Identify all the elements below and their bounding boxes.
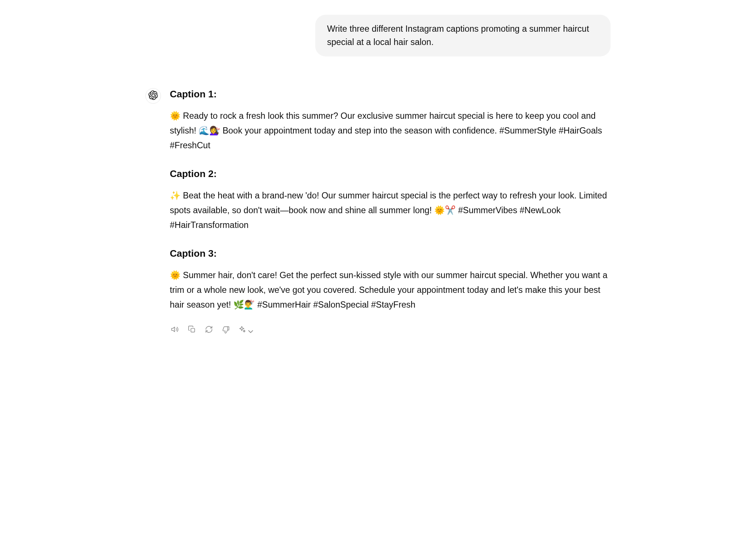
regenerate-button[interactable] [204,325,214,335]
user-message-text: Write three different Instagram captions… [327,24,589,47]
caption-1-body: 🌞 Ready to rock a fresh look this summer… [170,109,611,153]
assistant-content: Caption 1: 🌞 Ready to rock a fresh look … [170,86,611,335]
copy-icon [188,325,196,335]
copy-button[interactable] [187,325,197,335]
assistant-message-row: Caption 1: 🌞 Ready to rock a fresh look … [145,86,611,335]
openai-logo-icon [148,90,158,101]
speaker-icon [171,325,179,335]
bad-response-button[interactable] [221,325,231,335]
refresh-icon [205,325,213,335]
caption-2-body: ✨ Beat the heat with a brand-new 'do! Ou… [170,188,611,233]
assistant-avatar [145,88,161,104]
read-aloud-button[interactable] [170,325,180,335]
more-actions-button[interactable] [238,325,252,335]
chevron-down-icon [247,328,252,333]
caption-1-heading: Caption 1: [170,86,611,102]
user-message-bubble: Write three different Instagram captions… [315,15,611,56]
svg-marker-0 [172,327,175,332]
sparkle-icon [238,325,246,335]
message-actions [170,325,611,335]
chat-container: Write three different Instagram captions… [145,15,611,335]
caption-3-heading: Caption 3: [170,245,611,262]
svg-rect-1 [191,329,195,332]
thumbs-down-icon [222,325,230,335]
user-message-row: Write three different Instagram captions… [145,15,611,56]
caption-2-heading: Caption 2: [170,166,611,182]
caption-3-body: 🌞 Summer hair, don't care! Get the perfe… [170,268,611,312]
